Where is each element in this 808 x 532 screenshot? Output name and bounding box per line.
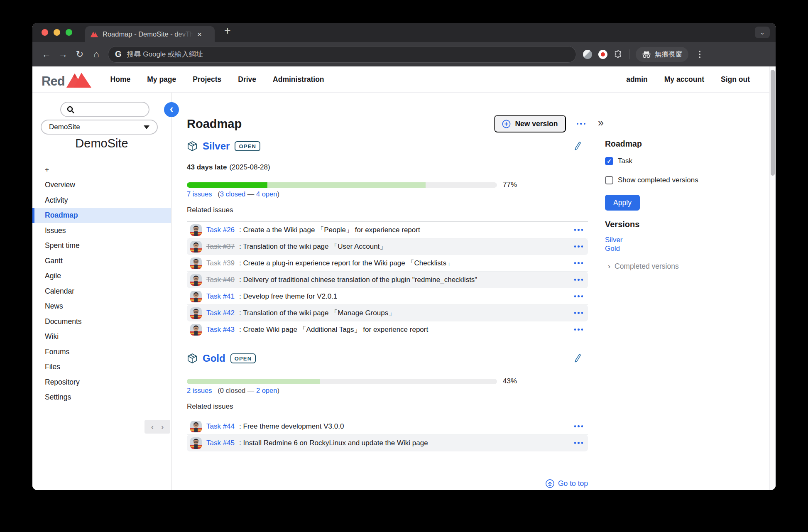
row-actions-icon[interactable] xyxy=(574,295,583,297)
issue-link[interactable]: Task #42 xyxy=(206,309,235,317)
sidebar-item-wiki[interactable]: Wiki xyxy=(32,329,171,345)
record-extension-icon[interactable] xyxy=(598,50,607,59)
close-tab-icon[interactable]: × xyxy=(197,30,202,38)
version-link-gold[interactable]: Gold xyxy=(203,353,225,364)
minimize-window-button[interactable] xyxy=(54,29,60,36)
nav-my-page[interactable]: My page xyxy=(147,75,176,84)
sidebar-item-spent-time[interactable]: Spent time xyxy=(32,238,171,254)
chevron-left-icon[interactable]: ‹ xyxy=(151,422,154,431)
back-icon[interactable]: ← xyxy=(38,49,55,60)
issue-link[interactable]: Task #26 xyxy=(206,226,235,234)
user-navigation: admin My account Sign out xyxy=(626,75,750,84)
tab-title: Roadmap - DemoSite - devTh xyxy=(103,30,193,38)
sidebar-item-roadmap[interactable]: Roadmap xyxy=(32,208,171,223)
filter-task-row[interactable]: ✓ Task xyxy=(605,156,764,167)
reload-icon[interactable]: ↻ xyxy=(71,49,88,60)
issue-link[interactable]: Task #45 xyxy=(206,439,235,447)
close-window-button[interactable] xyxy=(42,29,48,36)
sidebar-item-overview[interactable]: Overview xyxy=(32,178,171,193)
issue-link[interactable]: Task #37 xyxy=(206,243,235,251)
forward-icon[interactable]: → xyxy=(55,49,71,60)
issue-row[interactable]: Task #37 : Translation of the wiki page … xyxy=(187,238,588,255)
project-select[interactable]: DemoSite xyxy=(41,120,158,135)
collapse-sidebar-button[interactable]: ‹ xyxy=(164,102,179,117)
issue-row[interactable]: Task #41 : Develop free theme for V2.0.1 xyxy=(187,288,588,305)
issue-row[interactable]: Task #43 : Create Wiki page 「Additional … xyxy=(187,321,588,338)
address-bar[interactable]: G 搜尋 Google 或輸入網址 xyxy=(108,46,576,63)
zoom-window-button[interactable] xyxy=(66,29,72,36)
chevron-right-icon[interactable]: › xyxy=(161,422,164,431)
row-actions-icon[interactable] xyxy=(574,329,583,331)
row-actions-icon[interactable] xyxy=(574,262,583,264)
issues-count-link[interactable]: 7 issues xyxy=(187,190,212,198)
row-actions-icon[interactable] xyxy=(574,312,583,314)
issue-link[interactable]: Task #40 xyxy=(206,276,235,284)
version-link-silver[interactable]: Silver xyxy=(203,140,230,152)
checkbox-unchecked-icon[interactable] xyxy=(605,176,613,184)
row-actions-icon[interactable] xyxy=(574,229,583,231)
page-scrollbar[interactable] xyxy=(769,66,776,490)
new-tab-button[interactable]: + xyxy=(224,25,231,37)
new-version-button[interactable]: New version xyxy=(494,115,566,132)
row-actions-icon[interactable] xyxy=(574,425,583,427)
sidebar-version-link-gold[interactable]: Gold xyxy=(605,244,764,253)
sidebar-item-settings[interactable]: Settings xyxy=(32,390,171,405)
browser-tab[interactable]: Roadmap - DemoSite - devTh × xyxy=(85,26,215,42)
sidebar-item-agile[interactable]: Agile xyxy=(32,269,171,284)
sidebar-item-issues[interactable]: Issues xyxy=(32,223,171,238)
issue-row[interactable]: Task #26 : Create a the Wiki page 「Peopl… xyxy=(187,222,588,238)
closed-count-link[interactable]: 3 closed xyxy=(220,190,245,198)
issue-row[interactable]: Task #39 : Create a plug-in experience r… xyxy=(187,255,588,272)
home-icon[interactable]: ⌂ xyxy=(88,49,105,60)
nav-projects[interactable]: Projects xyxy=(193,75,221,84)
scrollbar-thumb[interactable] xyxy=(771,70,775,176)
filter-show-completed-row[interactable]: Show completed versions xyxy=(605,175,764,186)
issue-row[interactable]: Task #45 : Install Redmine 6 on RockyLin… xyxy=(187,435,588,451)
issue-row[interactable]: Task #44 : Free theme development V3.0.0 xyxy=(187,418,588,435)
sidebar-item-gantt[interactable]: Gantt xyxy=(32,253,171,269)
sidebar-item-news[interactable]: News xyxy=(32,299,171,314)
sidebar-item-documents[interactable]: Documents xyxy=(32,314,171,329)
row-actions-icon[interactable] xyxy=(574,279,583,281)
issues-count-link[interactable]: 2 issues xyxy=(187,387,212,394)
nav-sign-out[interactable]: Sign out xyxy=(721,75,750,84)
row-actions-icon[interactable] xyxy=(574,245,583,248)
edit-pencil-icon[interactable] xyxy=(573,141,582,151)
sidebar-item-activity[interactable]: Activity xyxy=(32,193,171,208)
sidebar-item-files[interactable]: Files xyxy=(32,360,171,375)
row-actions-icon[interactable] xyxy=(574,442,583,444)
expand-panel-icon[interactable]: » xyxy=(598,93,764,128)
sidebar-pager: ‹ › xyxy=(144,420,170,434)
issue-link[interactable]: Task #39 xyxy=(206,259,235,267)
extensions-puzzle-icon[interactable] xyxy=(614,50,623,59)
sidebar-version-link-silver[interactable]: Silver xyxy=(605,235,764,244)
tab-search-chevron-button[interactable]: ⌄ xyxy=(755,27,770,38)
redmine-logo[interactable]: Red xyxy=(42,71,93,88)
issue-row[interactable]: Task #40 : Delivery of traditional chine… xyxy=(187,272,588,288)
open-count-link[interactable]: 2 open xyxy=(256,387,277,394)
issue-link[interactable]: Task #41 xyxy=(206,292,235,301)
edit-pencil-icon[interactable] xyxy=(573,353,582,363)
sidebar-item-new[interactable]: + xyxy=(32,162,171,178)
sidebar-item-forums[interactable]: Forums xyxy=(32,344,171,360)
versions-heading: Versions xyxy=(605,220,764,230)
nav-administration[interactable]: Administration xyxy=(273,75,324,84)
issue-link[interactable]: Task #43 xyxy=(206,326,235,334)
browser-menu-icon[interactable] xyxy=(696,51,703,58)
apply-button[interactable]: Apply xyxy=(605,195,640,211)
sidebar-item-repository[interactable]: Repository xyxy=(32,375,171,390)
go-to-top-link[interactable]: Go to top xyxy=(187,479,588,488)
completed-versions-toggle[interactable]: › Completed versions xyxy=(608,262,764,271)
nav-drive[interactable]: Drive xyxy=(238,75,256,84)
nav-my-account[interactable]: My account xyxy=(664,75,704,84)
search-input[interactable] xyxy=(60,102,149,117)
issue-row[interactable]: Task #42 : Translation of the wiki page … xyxy=(187,305,588,321)
extension-icon[interactable] xyxy=(583,50,592,59)
checkbox-checked-icon[interactable]: ✓ xyxy=(605,157,613,165)
open-count-link[interactable]: 4 open xyxy=(256,190,277,198)
issue-link[interactable]: Task #44 xyxy=(206,422,235,431)
nav-home[interactable]: Home xyxy=(110,75,131,84)
nav-logged-user[interactable]: admin xyxy=(626,75,648,84)
sidebar-item-calendar[interactable]: Calendar xyxy=(32,284,171,299)
more-actions-icon[interactable] xyxy=(574,120,588,127)
